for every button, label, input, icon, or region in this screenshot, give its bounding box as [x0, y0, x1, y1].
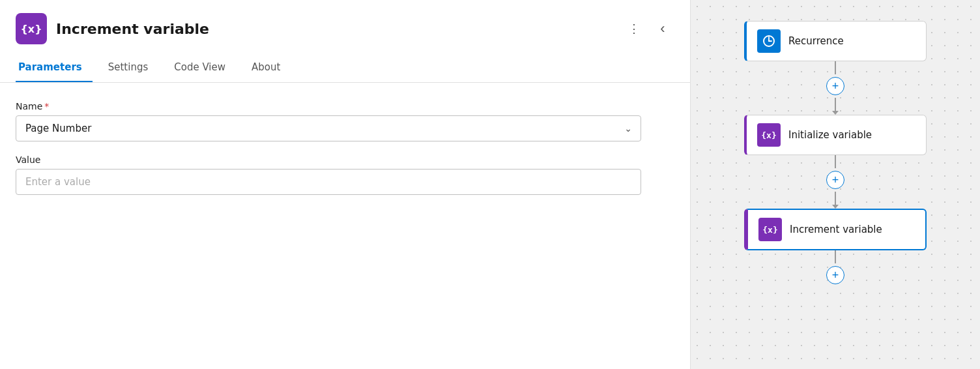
increment-icon: {x} — [758, 218, 782, 241]
back-button[interactable]: ‹ — [651, 17, 674, 40]
name-select-wrapper: Page Number ⌄ — [16, 115, 641, 141]
flow-container: Recurrence + {x} Initialize variable + — [744, 16, 927, 292]
name-select[interactable]: Page Number — [16, 115, 641, 141]
recurrence-node[interactable]: Recurrence — [744, 21, 927, 61]
tab-about[interactable]: About — [249, 55, 291, 82]
required-indicator: * — [44, 101, 49, 111]
connector-line-2 — [835, 155, 836, 168]
connector-line-1b — [835, 98, 836, 111]
left-panel: {x} Increment variable ⋮ ‹ Parameters Se… — [0, 0, 691, 369]
connector-3: + — [826, 250, 844, 287]
name-label: Name * — [16, 101, 674, 111]
right-panel: Recurrence + {x} Initialize variable + — [691, 0, 980, 369]
add-step-button-1[interactable]: + — [826, 77, 844, 95]
name-field-group: Name * Page Number ⌄ — [16, 101, 674, 141]
increment-variable-node[interactable]: {x} Increment variable — [744, 209, 927, 250]
add-step-button-3[interactable]: + — [826, 266, 844, 284]
header-left: {x} Increment variable — [16, 13, 209, 44]
add-step-button-2[interactable]: + — [826, 171, 844, 189]
tabs-bar: Parameters Settings Code View About — [0, 55, 690, 83]
value-label: Value — [16, 155, 674, 165]
connector-line-3 — [835, 250, 836, 263]
panel-title: Increment variable — [56, 21, 209, 37]
initialize-label: Initialize variable — [788, 129, 872, 141]
app-icon: {x} — [16, 13, 47, 44]
clock-svg-icon — [762, 35, 775, 48]
initialize-variable-node[interactable]: {x} Initialize variable — [744, 115, 927, 155]
tab-parameters[interactable]: Parameters — [16, 55, 93, 82]
increment-label: Increment variable — [790, 224, 882, 235]
more-options-button[interactable]: ⋮ — [622, 17, 646, 40]
tab-settings[interactable]: Settings — [106, 55, 159, 82]
value-field-group: Value — [16, 155, 674, 195]
panel-header: {x} Increment variable ⋮ ‹ — [0, 0, 690, 55]
value-input[interactable] — [16, 169, 641, 195]
tab-code-view[interactable]: Code View — [171, 55, 236, 82]
header-actions: ⋮ ‹ — [622, 17, 674, 40]
recurrence-label: Recurrence — [788, 35, 844, 47]
recurrence-icon — [757, 29, 781, 53]
connector-1: + — [826, 61, 844, 115]
initialize-icon: {x} — [757, 123, 781, 147]
connector-line-1 — [835, 61, 836, 74]
form-content: Name * Page Number ⌄ Value — [0, 83, 690, 211]
connector-line-2b — [835, 192, 836, 205]
connector-2: + — [826, 155, 844, 209]
